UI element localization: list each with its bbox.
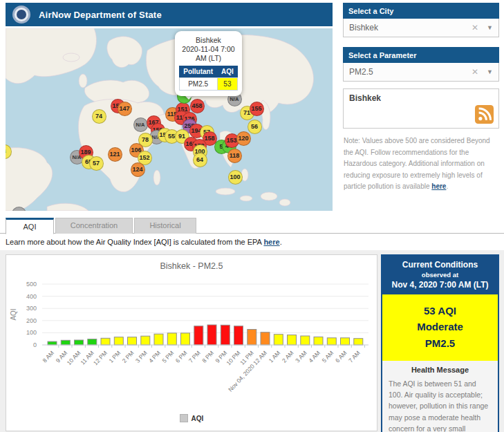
aqi-marker[interactable]: 56 [248,120,262,134]
svg-text:12 PM: 12 PM [92,350,109,367]
popup-datetime: 2020-11-04 7:00 AM (LT) [178,45,239,63]
svg-text:1 AM: 1 AM [268,350,282,364]
svg-text:2 PM: 2 PM [121,350,136,364]
popup-col-aqi: AQI [217,66,238,78]
aqi-marker[interactable]: 118 [227,149,242,163]
airnow-page: AirNow Department of State [0,0,504,432]
beyond-aqi-note: Note: Values above 500 are considered Be… [344,135,498,193]
legend-label: AQI [192,415,204,422]
aqi-marker[interactable]: 57 [89,156,104,171]
chevron-down-icon[interactable]: ▼ [487,68,493,75]
bottom-section: Bishkek - PM2.5 0100200300400500AQI8 AM9… [0,250,504,432]
tab-historical[interactable]: Historical [134,218,196,234]
svg-text:4 AM: 4 AM [307,350,321,364]
svg-text:3 AM: 3 AM [294,350,308,364]
popup-pollutant-value: PM2.5 [179,78,217,91]
current-conditions-header: Current Conditions observed at Nov 4, 20… [382,256,498,294]
note-here-link[interactable]: here [431,182,446,190]
svg-text:200: 200 [26,317,37,324]
tab-aqi[interactable]: AQI [6,218,54,234]
app-header: AirNow Department of State [6,3,333,26]
aqi-marker[interactable]: 155 [250,102,264,116]
feed-city-title: Bishkek [349,93,493,103]
aqi-marker[interactable]: 458 [190,99,205,113]
svg-text:0: 0 [33,341,37,348]
health-message-header: Health Message [382,361,498,377]
svg-text:6 AM: 6 AM [334,350,348,364]
svg-text:5 PM: 5 PM [160,350,175,364]
tab-concentration[interactable]: Concentration [55,218,133,234]
popup-aqi-value: 53 [217,78,238,91]
aqi-summary-badge: 53 AQI Moderate PM2.5 [382,294,498,361]
svg-text:1 PM: 1 PM [107,350,122,364]
current-conditions-panel: Current Conditions observed at Nov 4, 20… [381,254,499,432]
department-of-state-seal-icon [12,6,30,24]
app-title: AirNow Department of State [39,10,162,20]
observed-at-label: observed at [385,271,495,279]
chart-legend: AQI [6,414,377,422]
aqi-marker[interactable]: 100 [228,170,243,185]
current-conditions-title: Current Conditions [385,260,495,270]
chevron-down-icon[interactable]: ▼ [487,24,493,31]
rss-feed-icon[interactable] [475,105,494,124]
svg-text:3 PM: 3 PM [134,350,149,364]
svg-text:100: 100 [26,329,37,336]
svg-text:300: 300 [26,305,37,312]
aqi-marker[interactable]: 64 [193,153,207,167]
svg-text:500: 500 [26,281,37,288]
city-select-value: Bishkek [349,23,472,32]
observed-datetime: Nov 4, 2020 7:00 AM (LT) [385,280,495,290]
learn-more-here-link[interactable]: here [263,238,279,246]
parameter-select[interactable]: PM2.5 ✕ ▼ [343,63,499,82]
svg-text:10 PM: 10 PM [225,350,241,367]
select-city-header: Select a City [343,3,499,19]
aqi-pollutant: PM2.5 [385,335,495,351]
learn-more-suffix: . [280,238,282,246]
svg-text:8 PM: 8 PM [200,350,215,364]
city-select[interactable]: Bishkek ✕ ▼ [343,19,499,37]
learn-more-text: Learn more about how the Air Quality Ind… [6,238,263,246]
note-text: Note: Values above 500 are considered Be… [344,137,490,190]
svg-text:400: 400 [26,293,37,300]
aqi-value: 53 AQI [385,303,495,319]
aqi-marker[interactable]: 121 [108,147,122,162]
svg-text:10 AM: 10 AM [66,350,82,366]
city-feed-box: Bishkek [343,88,499,129]
parameter-select-value: PM2.5 [349,67,472,77]
clear-city-icon[interactable]: ✕ [472,23,478,32]
map-popup: Bishkek 2020-11-04 7:00 AM (LT) Pollutan… [175,31,242,96]
svg-text:2 AM: 2 AM [281,350,295,364]
svg-text:6 PM: 6 PM [174,350,189,364]
popup-table: Pollutant AQI PM2.5 53 [179,66,239,91]
popup-city: Bishkek [178,36,239,44]
svg-text:5 AM: 5 AM [321,350,335,364]
svg-text:7 AM: 7 AM [347,350,362,364]
svg-text:7 PM: 7 PM [187,350,202,364]
select-parameter-header: Select a Parameter [343,47,499,63]
aqi-marker[interactable]: N/A [133,118,148,132]
aqi-marker[interactable]: 124 [131,162,145,177]
popup-col-pollutant: Pollutant [179,66,217,78]
aqi-chart-panel: Bishkek - PM2.5 0100200300400500AQI8 AM9… [6,254,377,431]
learn-more-line: Learn more about how the Air Quality Ind… [6,238,282,246]
svg-text:4 PM: 4 PM [147,350,162,364]
clear-parameter-icon[interactable]: ✕ [472,67,478,77]
aqi-marker[interactable]: 147 [118,102,132,116]
health-message-text: The AQI is between 51 and 100. Air quali… [382,377,498,432]
legend-swatch [180,414,188,422]
world-aqi-map[interactable]: 8N/A74151147N/A167150N/A1525578106152124… [6,28,333,211]
chart-title: Bishkek - PM2.5 [6,261,377,271]
aqi-marker[interactable]: 74 [92,109,106,124]
aqi-bar-chart: 0100200300400500AQI8 AM9 AM10 AM11 AM12 … [8,274,377,402]
aqi-marker[interactable]: 120 [236,131,251,146]
aqi-category: Moderate [385,319,495,335]
tab-bar: AQIConcentrationHistorical [0,218,504,234]
svg-text:AQI: AQI [10,308,17,320]
svg-text:8 AM: 8 AM [41,350,55,364]
note-suffix: . [446,182,448,190]
